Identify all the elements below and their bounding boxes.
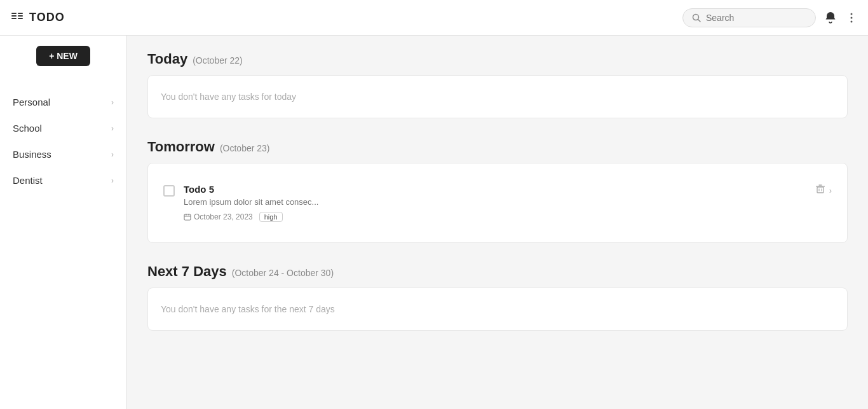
section-next7days-header: Next 7 Days (October 24 - October 30) bbox=[147, 263, 848, 280]
search-icon bbox=[692, 13, 701, 22]
section-today-title: Today bbox=[147, 51, 187, 67]
section-tomorrow-subtitle: (October 23) bbox=[220, 143, 270, 153]
calendar-icon bbox=[184, 213, 191, 221]
sidebar: + NEW Personal › School › Business › Den… bbox=[0, 36, 127, 409]
header-left: TODO bbox=[10, 11, 65, 25]
chevron-right-icon: › bbox=[111, 176, 114, 185]
more-menu-icon[interactable] bbox=[845, 11, 858, 24]
task-description: Lorem ipsum dolor sit amet consec... bbox=[184, 197, 806, 207]
sidebar-item-business[interactable]: Business › bbox=[0, 141, 126, 167]
section-today: Today (October 22) You don't have any ta… bbox=[147, 51, 848, 118]
section-tomorrow: Tomorrow (October 23) Todo 5 Lorem ipsum… bbox=[147, 139, 848, 243]
svg-line-7 bbox=[698, 19, 701, 22]
chevron-right-icon: › bbox=[111, 98, 114, 107]
sidebar-item-dentist[interactable]: Dentist › bbox=[0, 167, 126, 193]
svg-point-8 bbox=[851, 13, 853, 15]
svg-rect-3 bbox=[18, 13, 23, 14]
section-next7days-subtitle: (October 24 - October 30) bbox=[232, 268, 334, 278]
task-date: October 23, 2023 bbox=[184, 212, 253, 221]
section-tomorrow-header: Tomorrow (October 23) bbox=[147, 139, 848, 155]
svg-rect-0 bbox=[11, 13, 17, 14]
sidebar-item-personal[interactable]: Personal › bbox=[0, 89, 126, 115]
app-header: TODO bbox=[0, 0, 868, 36]
sidebar-item-school[interactable]: School › bbox=[0, 115, 126, 141]
svg-point-10 bbox=[851, 20, 853, 22]
svg-rect-4 bbox=[18, 15, 23, 17]
svg-point-9 bbox=[851, 17, 853, 18]
svg-rect-5 bbox=[18, 18, 23, 19]
chevron-right-icon: › bbox=[111, 124, 114, 133]
section-next7days-card: You don't have any tasks for the next 7 … bbox=[147, 288, 848, 331]
svg-rect-15 bbox=[817, 187, 824, 193]
chevron-right-icon: › bbox=[111, 150, 114, 159]
next7days-empty-text: You don't have any tasks for the next 7 … bbox=[161, 304, 335, 314]
search-bar[interactable] bbox=[682, 8, 816, 27]
task-delete-button[interactable] bbox=[815, 184, 825, 197]
app-title: TODO bbox=[29, 11, 65, 24]
header-right bbox=[682, 8, 858, 27]
task-expand-button[interactable]: › bbox=[829, 186, 832, 195]
svg-rect-1 bbox=[11, 15, 17, 17]
bell-icon[interactable] bbox=[824, 11, 837, 25]
new-task-button[interactable]: + NEW bbox=[36, 46, 90, 66]
task-actions: › bbox=[815, 184, 832, 197]
svg-rect-2 bbox=[11, 18, 17, 19]
section-today-card: You don't have any tasks for today bbox=[147, 75, 848, 118]
section-today-header: Today (October 22) bbox=[147, 51, 848, 67]
main-layout: + NEW Personal › School › Business › Den… bbox=[0, 36, 868, 409]
task-title: Todo 5 bbox=[184, 184, 806, 195]
task-meta: October 23, 2023 high bbox=[184, 212, 806, 222]
section-tomorrow-card: Todo 5 Lorem ipsum dolor sit amet consec… bbox=[147, 163, 848, 243]
task-priority-badge: high bbox=[259, 212, 283, 222]
section-next7days-title: Next 7 Days bbox=[147, 263, 227, 280]
app-logo-icon bbox=[10, 11, 24, 25]
today-empty-text: You don't have any tasks for today bbox=[161, 92, 296, 102]
section-tomorrow-title: Tomorrow bbox=[147, 139, 215, 155]
new-button-wrap: + NEW bbox=[0, 46, 126, 89]
section-today-subtitle: (October 22) bbox=[193, 55, 243, 66]
section-next7days: Next 7 Days (October 24 - October 30) Yo… bbox=[147, 263, 848, 331]
task-item: Todo 5 Lorem ipsum dolor sit amet consec… bbox=[161, 179, 834, 227]
task-checkbox[interactable] bbox=[163, 185, 175, 197]
search-input[interactable] bbox=[706, 13, 806, 23]
task-content: Todo 5 Lorem ipsum dolor sit amet consec… bbox=[184, 184, 806, 222]
svg-rect-11 bbox=[184, 214, 191, 220]
main-content: Today (October 22) You don't have any ta… bbox=[127, 36, 868, 409]
